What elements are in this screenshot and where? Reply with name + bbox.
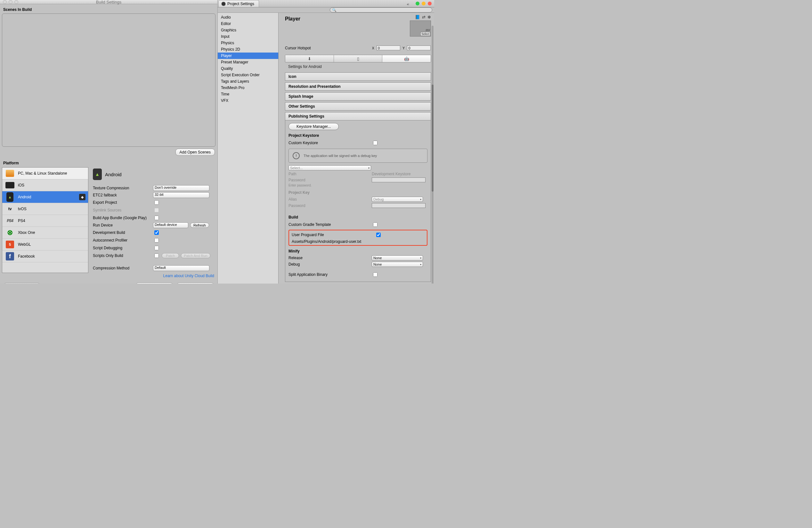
label-scripts-only: Scripts Only Build xyxy=(93,254,150,258)
debug-key-info: ! The application will be signed with a … xyxy=(289,149,427,163)
label-app-bundle: Build App Bundle (Google Play) xyxy=(93,216,150,220)
tab-android[interactable]: 🤖 xyxy=(382,55,431,62)
platform-item-tvos[interactable]: tv tvOS xyxy=(2,203,88,215)
accordion-splash[interactable]: Splash Image xyxy=(285,92,431,101)
platform-item-ps4[interactable]: PS4 PS4 xyxy=(2,215,88,227)
platform-item-pc[interactable]: PC, Mac & Linux Standalone xyxy=(2,168,88,180)
settings-icon[interactable]: ✻ xyxy=(427,15,431,19)
nav-preset[interactable]: Preset Manager xyxy=(218,59,278,65)
download-icon: ⬇ xyxy=(308,56,311,61)
keystore-select[interactable]: Select...▾ xyxy=(289,165,371,170)
unity-badge-icon: ◆ xyxy=(79,194,86,200)
nav-quality[interactable]: Quality xyxy=(218,65,278,72)
platform-name: tvOS xyxy=(18,206,27,211)
nav-audio[interactable]: Audio xyxy=(218,14,278,20)
debug-label: Debug xyxy=(289,262,372,267)
player-settings-button[interactable]: Player Settings... xyxy=(3,283,41,284)
dock-menu-icon[interactable]: ▪≡ xyxy=(407,3,409,6)
cursor-hotspot-label: Cursor Hotspot xyxy=(285,46,368,50)
default-icon-preview[interactable]: 2D/ Select xyxy=(410,20,431,37)
platform-item-xbox[interactable]: ⊗ Xbox One xyxy=(2,227,88,239)
accordion-other[interactable]: Other Settings xyxy=(285,102,431,111)
nav-input[interactable]: Input xyxy=(218,33,278,40)
platform-item-android[interactable]: ▲ Android ◆ xyxy=(2,191,88,203)
label-autoconnect: Autoconnect Profiler xyxy=(93,238,150,243)
custom-gradle-checkbox[interactable] xyxy=(373,222,377,227)
search-row: 🔍 xyxy=(218,8,434,13)
platform-name: PC, Mac & Linux Standalone xyxy=(18,171,67,175)
settings-for-android: Settings for Android xyxy=(285,62,431,71)
build-app-bundle-checkbox[interactable] xyxy=(154,216,159,220)
minify-release-select[interactable]: None▾ xyxy=(372,255,423,260)
script-debugging-checkbox[interactable] xyxy=(154,246,159,250)
platform-item-ios[interactable]: iOS xyxy=(2,180,88,191)
nav-tmpro[interactable]: TextMesh Pro xyxy=(218,85,278,91)
keystore-password-input[interactable] xyxy=(372,177,425,182)
traffic-light-dim xyxy=(3,0,7,4)
publishing-settings-body: Keystore Manager... Project Keystore Cus… xyxy=(285,120,431,282)
preview-select-button[interactable]: Select xyxy=(420,32,430,36)
window-controls xyxy=(416,2,432,5)
run-device-select[interactable]: Default device xyxy=(153,222,188,228)
user-proguard-checkbox[interactable] xyxy=(376,233,381,237)
tab-project-settings[interactable]: Project Settings xyxy=(218,0,259,7)
cursor-hotspot-y[interactable] xyxy=(407,45,431,50)
key-password-input[interactable] xyxy=(372,203,425,208)
password-hint: Enter password. xyxy=(289,184,427,187)
vertical-scrollbar[interactable] xyxy=(432,26,434,284)
scroll-thumb[interactable] xyxy=(432,85,434,191)
nav-tags[interactable]: Tags and Layers xyxy=(218,78,278,85)
help-icon[interactable]: 📘 xyxy=(415,15,420,19)
scenes-in-build-label: Scenes In Build xyxy=(2,7,216,13)
traffic-red[interactable] xyxy=(428,2,432,5)
build-button[interactable]: Build xyxy=(135,283,173,284)
nav-player[interactable]: Player xyxy=(218,53,278,59)
compression-method-select[interactable]: Default xyxy=(153,265,209,271)
split-binary-checkbox[interactable] xyxy=(373,272,377,277)
preset-icon[interactable]: ⇄ xyxy=(422,15,425,19)
autoconnect-profiler-checkbox[interactable] xyxy=(154,238,159,243)
proguard-path: Assets/Plugins/Android/proguard-user.txt xyxy=(292,239,424,244)
development-build-checkbox[interactable] xyxy=(154,230,159,235)
label-texture-compression: Texture Compression xyxy=(93,186,150,190)
nav-time[interactable]: Time xyxy=(218,91,278,97)
label-etc2: ETC2 fallback xyxy=(93,193,150,197)
platform-name: iOS xyxy=(18,183,24,187)
nav-editor[interactable]: Editor xyxy=(218,20,278,27)
traffic-yellow[interactable] xyxy=(422,2,425,5)
keystore-manager-button[interactable]: Keystore Manager... xyxy=(289,123,339,130)
nav-vfx[interactable]: VFX xyxy=(218,97,278,104)
traffic-green[interactable] xyxy=(416,2,419,5)
platform-item-webgl[interactable]: 5 WebGL xyxy=(2,239,88,251)
page-title: Player xyxy=(285,16,431,22)
minify-debug-select[interactable]: None▾ xyxy=(372,262,423,267)
custom-keystore-checkbox[interactable] xyxy=(373,141,377,145)
cursor-hotspot-x[interactable] xyxy=(377,45,400,50)
android-icon: 🤖 xyxy=(404,56,409,61)
tab-standalone[interactable]: ⬇ xyxy=(285,55,334,62)
alias-select[interactable]: Debug▾ xyxy=(372,197,423,202)
nav-physics[interactable]: Physics xyxy=(218,40,278,46)
nav-graphics[interactable]: Graphics xyxy=(218,27,278,33)
accordion-icon[interactable]: Icon xyxy=(285,72,431,81)
accordion-resolution[interactable]: Resolution and Presentation xyxy=(285,82,431,91)
scenes-list[interactable] xyxy=(2,13,216,147)
search-input[interactable]: 🔍 xyxy=(330,8,432,13)
etc2-fallback-select[interactable]: 32-bit xyxy=(153,192,209,198)
accordion-publishing[interactable]: Publishing Settings xyxy=(285,112,431,120)
nav-script-order[interactable]: Script Execution Order xyxy=(218,72,278,78)
y-label: Y xyxy=(403,46,405,50)
build-and-run-button[interactable]: Build And Run xyxy=(176,283,214,284)
export-project-checkbox[interactable] xyxy=(154,200,159,205)
scripts-only-build-checkbox[interactable] xyxy=(154,254,159,258)
traffic-light-dim xyxy=(14,0,18,4)
platform-item-facebook[interactable]: f Facebook xyxy=(2,251,88,262)
add-open-scenes-button[interactable]: Add Open Scenes xyxy=(175,149,215,156)
texture-compression-select[interactable]: Don't override xyxy=(153,185,209,191)
tab-ios[interactable]: ▯ xyxy=(334,55,382,62)
user-proguard-label: User Proguard File xyxy=(292,233,375,237)
cloud-build-link[interactable]: Learn about Unity Cloud Build xyxy=(93,271,216,281)
platform-options: Texture Compression Don't override ETC2 … xyxy=(93,185,216,271)
nav-physics2d[interactable]: Physics 2D xyxy=(218,46,278,53)
refresh-button[interactable]: Refresh xyxy=(190,223,209,228)
